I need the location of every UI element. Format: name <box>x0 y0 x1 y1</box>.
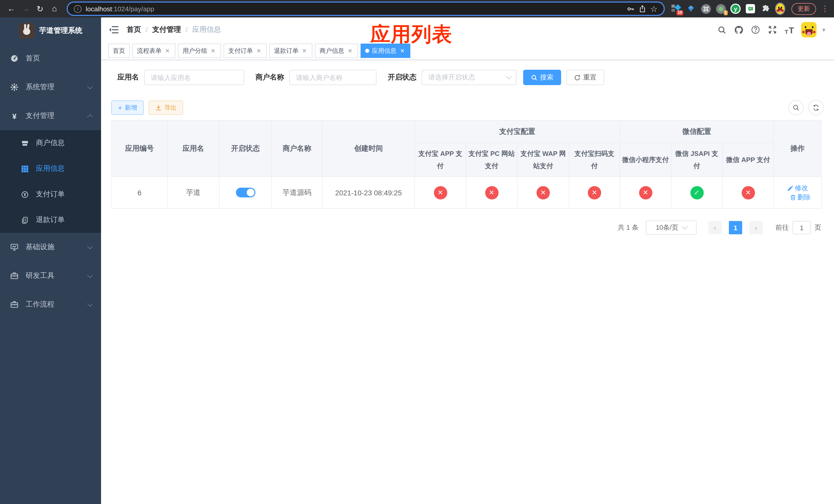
chevron-down-icon <box>506 74 512 79</box>
sidebar-item-merchant-info[interactable]: 商户信息 <box>0 130 101 156</box>
sidebar-item-payment[interactable]: ¥ 支付管理 <box>0 101 101 130</box>
status-select[interactable]: 请选择开启状态 <box>422 70 517 85</box>
prev-page-button[interactable]: ‹ <box>708 221 722 234</box>
search-button[interactable]: 搜索 <box>523 70 561 85</box>
extension-y-icon[interactable]: y <box>730 4 741 14</box>
add-button[interactable]: + 新增 <box>111 100 144 115</box>
refresh-icon <box>812 104 820 111</box>
sidebar-item-app-info[interactable]: 应用信息 <box>0 156 101 182</box>
sidebar-item-workflow[interactable]: 工作流程 <box>0 290 101 319</box>
goto-label: 前往 <box>775 223 789 232</box>
browser-reload-button[interactable]: ↻ <box>34 3 46 15</box>
shop-icon <box>21 139 29 147</box>
password-key-icon[interactable] <box>627 5 634 13</box>
browser-forward-button[interactable]: → <box>20 3 32 15</box>
search-icon[interactable] <box>717 25 727 35</box>
tab-close-icon[interactable]: ✕ <box>347 47 353 54</box>
breadcrumb-payment[interactable]: 支付管理 <box>152 25 181 35</box>
merchant-name-input[interactable] <box>289 70 376 85</box>
bookmark-star-icon[interactable]: ☆ <box>650 4 658 14</box>
avatar-caret-down-icon[interactable]: ▼ <box>821 27 826 32</box>
chevron-down-icon <box>87 244 93 249</box>
breadcrumb-home[interactable]: 首页 <box>127 25 141 35</box>
app-table: 应用编号 应用名 开启状态 商户名称 创建时间 支付宝配置 微信配置 操作 支付… <box>111 120 822 209</box>
goto-page: 前往 页 <box>775 221 821 234</box>
status-toggle[interactable] <box>236 188 255 198</box>
tab-refund-orders[interactable]: 退款订单✕ <box>269 44 312 58</box>
breadcrumb-separator: / <box>186 26 188 34</box>
col-create-time: 创建时间 <box>322 120 415 177</box>
tab-close-icon[interactable]: ✕ <box>164 47 171 54</box>
sidebar-collapse-icon[interactable] <box>109 26 119 34</box>
main-area: 首页 / 支付管理 / 应用信息 应用列表 <box>101 18 834 504</box>
tab-process-form[interactable]: 流程表单✕ <box>132 44 175 58</box>
breadcrumb-current: 应用信息 <box>192 25 221 35</box>
reset-button[interactable]: 重置 <box>566 70 604 85</box>
refresh-table-button[interactable] <box>808 100 824 115</box>
help-icon[interactable] <box>750 25 761 35</box>
browser-menu-icon[interactable]: ⋮ <box>821 4 829 13</box>
cell-alipay-wap: ✕ <box>517 177 569 208</box>
refresh-icon <box>574 74 580 81</box>
next-page-button[interactable]: › <box>749 221 763 234</box>
sidebar-item-dev-tools[interactable]: 研发工具 <box>0 261 101 290</box>
browser-profile-avatar[interactable] <box>775 4 785 14</box>
col-actions: 操作 <box>774 120 821 177</box>
gear-icon <box>10 83 19 91</box>
sidebar-item-refund-orders[interactable]: 退款订单 <box>0 207 101 233</box>
delete-link[interactable]: 删除 <box>790 192 811 202</box>
breadcrumb-separator: / <box>146 26 148 34</box>
grid-icon <box>21 165 29 173</box>
browser-back-button[interactable]: ← <box>5 3 18 15</box>
site-info-icon[interactable]: i <box>74 5 82 13</box>
tags-view-bar: 首页 流程表单✕ 用户分组✕ 支付订单✕ 退款订单✕ 商户信息✕ 应用信息✕ <box>101 42 834 60</box>
sidebar-item-home[interactable]: 首页 <box>0 44 101 73</box>
channel-status-icon: ✕ <box>639 186 652 199</box>
extensions-puzzle-icon[interactable] <box>760 4 770 14</box>
font-size-icon[interactable]: TT <box>784 25 794 35</box>
cell-wx-jsapi: ✓ <box>671 177 722 208</box>
edit-link[interactable]: 修改 <box>787 183 808 192</box>
fullscreen-icon[interactable] <box>767 25 777 35</box>
download-icon <box>155 105 161 111</box>
navbar-right: TT ▼ <box>717 22 826 38</box>
extension-command-icon[interactable] <box>701 4 711 14</box>
app-title: 芋道管理系统 <box>39 26 82 36</box>
tab-close-icon[interactable]: ✕ <box>210 47 216 54</box>
toggle-search-button[interactable] <box>788 100 804 115</box>
browser-home-button[interactable]: ⌂ <box>48 3 61 15</box>
page-number-1[interactable]: 1 <box>729 221 742 234</box>
extension-balloon-icon[interactable] <box>686 4 696 14</box>
col-status: 开启状态 <box>219 120 271 177</box>
cell-create-time: 2021-10-23 08:49:25 <box>322 177 415 208</box>
page-unit-label: 页 <box>814 223 821 232</box>
app-logo[interactable]: 芋道管理系统 <box>0 18 101 44</box>
tab-merchant-info[interactable]: 商户信息✕ <box>315 44 358 58</box>
tab-user-group[interactable]: 用户分组✕ <box>178 44 221 58</box>
url-text[interactable]: localhost:1024/pay/app <box>86 5 622 13</box>
sidebar-item-infrastructure[interactable]: 基础设施 <box>0 233 101 261</box>
app-name-input[interactable] <box>144 70 244 85</box>
page-size-select[interactable]: 10条/页 <box>646 221 697 235</box>
sidebar-item-system[interactable]: 系统管理 <box>0 73 101 101</box>
tab-home[interactable]: 首页 <box>108 44 130 58</box>
plus-icon: + <box>118 104 122 111</box>
tab-close-icon[interactable]: ✕ <box>301 47 308 54</box>
tab-pay-orders[interactable]: 支付订单✕ <box>224 44 267 58</box>
cell-alipay-pc: ✕ <box>466 177 517 208</box>
tab-close-icon[interactable]: ✕ <box>256 47 262 54</box>
toolbox-icon <box>10 272 19 280</box>
goto-page-input[interactable] <box>792 221 811 234</box>
share-icon[interactable] <box>638 5 646 13</box>
user-avatar[interactable] <box>801 22 816 38</box>
address-bar[interactable]: i localhost:1024/pay/app ☆ <box>67 2 665 16</box>
github-icon[interactable] <box>733 25 744 35</box>
extension-recorder-icon[interactable]: 1 <box>716 4 726 14</box>
toolbox-icon <box>10 300 19 308</box>
export-button[interactable]: 导出 <box>149 100 183 115</box>
chrome-update-button[interactable]: 更新 <box>791 3 816 15</box>
tab-close-icon[interactable]: ✕ <box>399 47 406 54</box>
extension-blocks-icon[interactable]: 10 <box>671 4 681 14</box>
extension-chat-icon[interactable] <box>745 4 755 14</box>
sidebar-item-pay-orders[interactable]: 支付订单 <box>0 182 101 207</box>
